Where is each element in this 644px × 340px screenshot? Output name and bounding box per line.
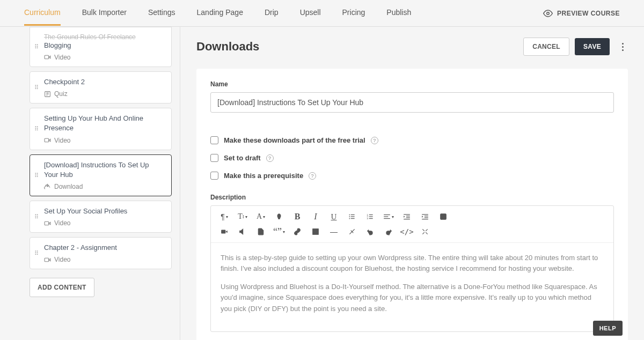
prereq-checkbox[interactable] — [210, 172, 218, 180]
eye-icon — [543, 9, 553, 18]
tab-bulk-importer[interactable]: Bulk Importer — [82, 1, 127, 26]
help-icon[interactable]: ? — [309, 172, 316, 180]
svg-rect-7 — [351, 215, 355, 215]
svg-rect-18 — [384, 215, 390, 215]
indent-icon[interactable] — [416, 209, 434, 224]
lesson-meta: Download — [44, 183, 165, 190]
drag-handle-icon[interactable]: ⠿ — [34, 216, 39, 218]
svg-rect-22 — [406, 216, 410, 216]
form-card: Name Make these downloads part of the fr… — [196, 69, 628, 340]
lesson-title: Chapter 2 - Assignment — [44, 243, 165, 253]
tab-pricing[interactable]: Pricing — [342, 1, 365, 26]
number-list-icon[interactable]: 123 — [361, 209, 379, 224]
svg-rect-5 — [45, 258, 49, 262]
text-style-icon[interactable]: TI▾ — [233, 209, 252, 224]
quiz-icon — [44, 91, 51, 98]
svg-rect-28 — [422, 219, 428, 219]
free-trial-checkbox[interactable] — [210, 136, 218, 144]
fullscreen-icon[interactable] — [416, 224, 434, 239]
lesson-item-active[interactable]: ⠿ [Download] Instructions To Set Up Your… — [30, 154, 172, 196]
help-icon[interactable]: ? — [266, 154, 274, 162]
drag-handle-icon[interactable]: ⠿ — [34, 252, 39, 255]
tab-landing-page[interactable]: Landing Page — [197, 1, 243, 26]
lesson-meta: Video — [44, 54, 165, 61]
clear-format-icon[interactable] — [343, 224, 361, 239]
top-nav: Curriculum Bulk Importer Settings Landin… — [0, 0, 644, 27]
svg-rect-27 — [425, 217, 428, 218]
svg-text:3: 3 — [367, 217, 369, 220]
svg-point-8 — [349, 216, 350, 217]
free-trial-label: Make these downloads part of the free tr… — [224, 136, 365, 144]
svg-point-30 — [442, 215, 443, 216]
lesson-item[interactable]: ⠿ Setting Up Your Hub And Online Presenc… — [30, 108, 172, 150]
video-tool-icon[interactable] — [215, 224, 233, 239]
link-icon[interactable] — [288, 224, 306, 239]
lesson-item[interactable]: ⠿ Chapter 2 - Assignment Video — [30, 237, 172, 269]
quote-icon[interactable]: “”▾ — [270, 224, 288, 239]
description-label: Description — [210, 194, 614, 201]
svg-rect-1 — [45, 56, 49, 60]
editor-textarea[interactable]: This is a step-by-step guide to setting … — [211, 243, 613, 331]
drag-handle-icon[interactable]: ⠿ — [34, 46, 39, 48]
help-icon[interactable]: ? — [371, 137, 378, 144]
svg-rect-15 — [369, 216, 373, 217]
lesson-item[interactable]: ⠿ The Ground Rules Of Freelance Blogging… — [30, 27, 172, 67]
hr-icon[interactable]: — — [325, 224, 343, 239]
help-button[interactable]: HELP — [593, 321, 623, 336]
drag-handle-icon[interactable]: ⠿ — [34, 174, 39, 176]
lesson-item[interactable]: ⠿ Set Up Your Social Profiles Video — [30, 201, 172, 233]
cancel-button[interactable]: CANCEL — [523, 38, 569, 56]
code-icon[interactable]: </> — [398, 224, 416, 239]
svg-rect-19 — [384, 216, 388, 217]
svg-rect-9 — [351, 216, 355, 217]
draft-checkbox[interactable] — [210, 154, 218, 162]
preview-course-button[interactable]: PREVIEW COURSE — [543, 9, 620, 18]
drag-handle-icon[interactable]: ⠿ — [34, 86, 39, 89]
svg-rect-11 — [351, 218, 355, 219]
video-icon — [44, 220, 51, 227]
name-input[interactable] — [210, 92, 614, 113]
tab-drip[interactable]: Drip — [265, 1, 279, 26]
tab-upsell[interactable]: Upsell — [300, 1, 321, 26]
outdent-icon[interactable] — [398, 209, 416, 224]
svg-rect-20 — [384, 218, 390, 219]
bold-icon[interactable]: B — [288, 209, 306, 224]
lesson-title: Blogging — [44, 41, 165, 50]
table-icon[interactable] — [306, 224, 325, 239]
font-color-icon[interactable]: A▾ — [252, 209, 270, 224]
video-icon — [44, 54, 51, 61]
align-icon[interactable]: ▾ — [379, 209, 398, 224]
video-icon — [44, 256, 51, 263]
image-icon[interactable] — [434, 209, 452, 224]
italic-icon[interactable]: I — [306, 209, 325, 224]
underline-icon[interactable]: U — [325, 209, 343, 224]
tab-curriculum[interactable]: Curriculum — [24, 1, 61, 26]
more-menu-icon[interactable] — [617, 43, 628, 51]
svg-point-0 — [547, 12, 550, 14]
svg-rect-13 — [369, 215, 373, 215]
download-icon — [44, 183, 51, 190]
tab-settings[interactable]: Settings — [148, 1, 175, 26]
svg-rect-25 — [422, 214, 428, 215]
sidebar: ⠿ The Ground Rules Of Freelance Blogging… — [0, 27, 180, 340]
audio-icon[interactable] — [233, 224, 252, 239]
paragraph-icon[interactable]: ¶▾ — [215, 209, 233, 224]
description-paragraph: This is a step-by-step guide to setting … — [221, 253, 604, 274]
bullet-list-icon[interactable] — [343, 209, 361, 224]
svg-rect-21 — [404, 214, 410, 215]
redo-icon[interactable] — [379, 224, 398, 239]
drag-handle-icon[interactable]: ⠿ — [34, 128, 39, 130]
undo-icon[interactable] — [361, 224, 379, 239]
video-icon — [44, 137, 51, 144]
file-icon[interactable] — [252, 224, 270, 239]
svg-rect-32 — [313, 229, 319, 235]
highlight-icon[interactable] — [270, 209, 288, 224]
tab-publish[interactable]: Publish — [386, 1, 411, 26]
svg-rect-31 — [221, 230, 225, 234]
svg-rect-4 — [45, 221, 49, 225]
lesson-title: Checkpoint 2 — [44, 77, 165, 87]
lesson-item[interactable]: ⠿ Checkpoint 2 Quiz — [30, 71, 172, 104]
save-button[interactable]: SAVE — [575, 38, 610, 55]
svg-rect-3 — [45, 138, 49, 142]
add-content-button[interactable]: ADD CONTENT — [30, 278, 94, 297]
